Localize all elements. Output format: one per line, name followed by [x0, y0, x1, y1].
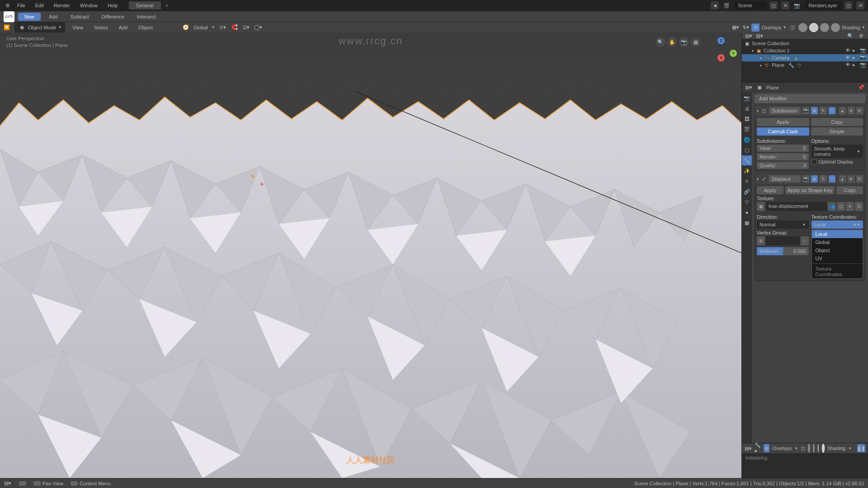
tree-camera[interactable]: ▸ 📹 Camera ▲ 👁 ▸ 📷 — [742, 54, 868, 61]
mod-move-up[interactable]: ▴ — [839, 107, 846, 114]
texcoord-dropdown[interactable]: Local🖱▼ — [811, 221, 863, 229]
chevron-right-icon[interactable]: ▸ — [760, 63, 762, 67]
mod-move-down[interactable]: ▾ — [848, 107, 854, 114]
mode-dropdown[interactable]: ◉ Object Mode ▼ — [14, 22, 65, 33]
editor-type-icon[interactable]: ▤▾ — [745, 84, 753, 92]
direction-dropdown[interactable]: Normal▼ — [757, 221, 809, 229]
viewport-3d[interactable]: User Perspective (1) Scene Collection | … — [0, 33, 741, 478]
menu-file[interactable]: File — [13, 1, 30, 10]
uv-smooth-dropdown[interactable]: Smooth, keep corners▼ — [811, 145, 863, 158]
gizmo-z-axis[interactable]: Z — [717, 37, 725, 44]
overlays-toggle-icon[interactable]: ⊕ — [764, 444, 769, 452]
tab-modifier[interactable]: 🔧 — [742, 155, 752, 165]
shading-solid[interactable] — [813, 444, 815, 453]
overlays-label[interactable]: Overlays — [772, 446, 792, 451]
tree-scene-collection[interactable]: ▣ Scene Collection — [742, 40, 868, 47]
tab-physics[interactable]: ⚛ — [742, 176, 752, 186]
midlevel-slider[interactable]: Midlevel: 0.500 — [757, 247, 809, 255]
mod-cage-toggle[interactable]: ▽ — [829, 175, 835, 183]
shading-wireframe[interactable] — [808, 444, 810, 453]
mod-delete[interactable]: ✕ — [856, 107, 863, 114]
catmull-clark-button[interactable]: Catmull-Clark — [757, 127, 809, 136]
apply-button[interactable]: Apply — [757, 186, 783, 194]
chevron-down-icon[interactable]: ▾ — [752, 49, 754, 53]
outliner-editor-icon[interactable]: ▤▾ — [745, 33, 753, 40]
render-layer-field[interactable]: RenderLayer — [805, 1, 841, 9]
workspace-tab-general[interactable]: General — [129, 1, 161, 9]
search-icon[interactable]: 🔍 — [846, 33, 854, 40]
menu-window[interactable]: Window — [75, 1, 102, 10]
dropdown-item-uv[interactable]: UV — [812, 254, 863, 263]
pause-icon[interactable]: ❚❚ — [857, 444, 865, 452]
copy-button[interactable]: Copy — [836, 186, 863, 194]
preview-mode-icon[interactable]: 🔧▾ — [755, 444, 761, 452]
chevron-right-icon[interactable]: ▸ — [760, 56, 762, 60]
mod-render-toggle[interactable]: 📷 — [802, 107, 809, 114]
mod-editmode-toggle[interactable]: ✎ — [820, 175, 826, 183]
vgroup-invert-icon[interactable]: ↔ — [801, 236, 809, 245]
navigation-gizmo[interactable]: Z Y X — [705, 36, 737, 68]
nav-persp-icon[interactable]: ▦ — [691, 37, 701, 47]
menu-view[interactable]: View — [69, 23, 87, 32]
scene-field[interactable]: Scene — [734, 1, 766, 9]
dropdown-item-local[interactable]: Local — [812, 230, 863, 238]
quality-field[interactable]: Quality:3 — [757, 162, 809, 169]
modifier-name-field[interactable]: Subdivision — [769, 107, 801, 114]
editor-type-icon[interactable]: ▤▾ — [745, 444, 752, 452]
simple-button[interactable]: Simple — [811, 127, 863, 136]
shading-wireframe[interactable] — [798, 23, 807, 32]
tree-plane[interactable]: ▸ ▽ Plane 🔧 ▽ 👁 ▸ 📷 — [742, 61, 868, 69]
chevron-down-icon[interactable]: ▾ — [757, 177, 759, 181]
add-modifier-button[interactable]: Add Modifier — [755, 94, 865, 103]
select-toggle[interactable]: ▸ — [853, 55, 859, 61]
tool-new-button[interactable]: New — [18, 13, 41, 21]
xray-icon[interactable]: ◫ — [788, 23, 797, 32]
tree-collection-1[interactable]: ▾ ▣ Collection 1 👁 ▸ 📷 — [742, 47, 868, 54]
tab-world[interactable]: 🌐 — [742, 135, 752, 145]
apply-button[interactable]: Apply — [757, 118, 809, 126]
render-toggle[interactable]: 📷 — [860, 47, 866, 54]
texture-name-field[interactable]: true-displacement — [766, 202, 827, 211]
menu-object[interactable]: Object — [135, 23, 156, 32]
tab-constraint[interactable]: 🔗 — [742, 187, 752, 197]
gizmo-x-axis[interactable]: X — [717, 54, 725, 61]
apply-shape-button[interactable]: Apply as Shape Key — [785, 186, 835, 194]
texture-show-icon[interactable]: ☰ — [855, 202, 863, 211]
chevron-down-icon[interactable]: ▾ — [757, 109, 759, 113]
gizmo-y-axis[interactable]: Y — [730, 50, 737, 57]
xray-icon[interactable]: ◫ — [801, 444, 805, 452]
visibility-toggle[interactable]: 👁 — [845, 55, 852, 61]
mod-editmode-toggle[interactable]: ✎ — [820, 107, 826, 114]
vertex-group-field[interactable] — [766, 236, 800, 245]
tool-subtract-button[interactable]: Subtract — [66, 13, 94, 21]
tool-difference-button[interactable]: Difference — [97, 13, 129, 21]
snap-icon[interactable]: 🧲 — [231, 23, 239, 32]
tab-mesh[interactable]: ▽ — [742, 197, 752, 207]
menu-help[interactable]: Help — [103, 1, 123, 10]
scene-delete-icon[interactable]: ✕ — [781, 1, 789, 9]
texture-new-icon[interactable]: ◫ — [837, 202, 845, 211]
mod-cage-toggle[interactable]: ▽ — [829, 107, 835, 114]
select-tool-icon[interactable]: ▭↖ — [4, 11, 14, 22]
mod-move-up[interactable]: ▴ — [839, 175, 846, 183]
nav-pan-icon[interactable]: ✋ — [667, 37, 677, 47]
visibility-icon[interactable]: ▦▾ — [731, 23, 740, 32]
shading-rendered[interactable] — [822, 444, 825, 453]
layer-delete-icon[interactable]: ✕ — [856, 1, 864, 9]
modifier-name-field[interactable]: Displace — [769, 175, 801, 183]
vgroup-icon[interactable]: ⊞ — [757, 236, 765, 245]
view-field[interactable]: View:5 — [757, 145, 809, 152]
select-toggle[interactable]: ▸ — [853, 47, 859, 54]
dropdown-item-global[interactable]: Global — [812, 238, 863, 246]
shading-label[interactable]: Shading — [827, 446, 845, 451]
dropdown-item-object[interactable]: Object — [812, 246, 863, 254]
mod-viewport-toggle[interactable]: 🖥 — [811, 175, 818, 183]
mod-viewport-toggle[interactable]: 🖥 — [811, 107, 818, 114]
tool-add-button[interactable]: Add — [44, 13, 62, 21]
shading-lookdev[interactable] — [817, 444, 819, 453]
mod-delete[interactable]: ✕ — [856, 175, 863, 183]
pin-icon[interactable]: 📌 — [857, 84, 865, 92]
mod-render-toggle[interactable]: 📷 — [802, 175, 809, 183]
select-toggle[interactable]: ▸ — [853, 62, 859, 68]
shading-rendered[interactable] — [831, 23, 840, 32]
